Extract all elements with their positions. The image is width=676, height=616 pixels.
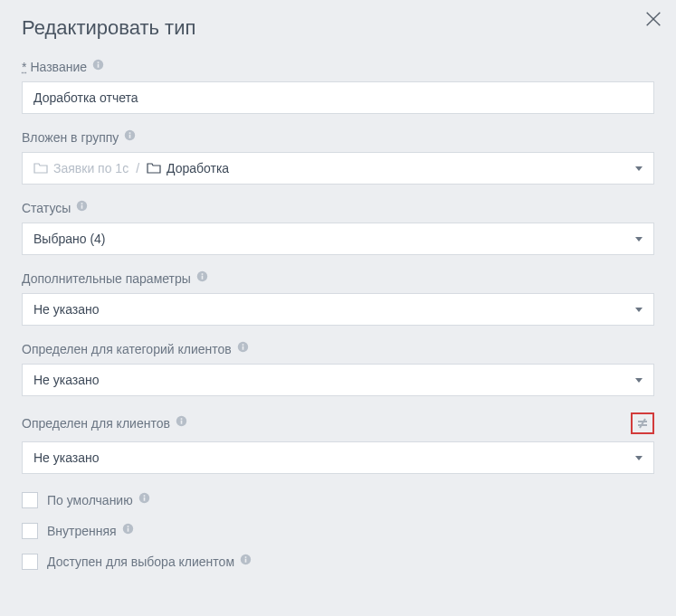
info-icon[interactable] — [122, 523, 134, 535]
checkbox-client-selectable[interactable] — [22, 554, 38, 570]
svg-rect-12 — [202, 275, 204, 279]
chevron-down-icon — [635, 237, 643, 242]
name-input[interactable] — [22, 81, 654, 114]
field-client-categories: Определен для категорий клиентов Не указ… — [22, 342, 654, 396]
svg-rect-4 — [98, 62, 100, 63]
info-icon[interactable] — [196, 270, 208, 282]
field-statuses: Статусы Выбрано (4) — [22, 201, 654, 255]
field-client-categories-label-row: Определен для категорий клиентов — [22, 342, 654, 356]
svg-rect-24 — [143, 497, 145, 500]
folder-icon — [147, 162, 161, 175]
info-icon[interactable] — [92, 59, 104, 71]
field-name: * Название — [22, 60, 654, 114]
field-extra-params-label-row: Дополнительные параметры — [22, 271, 654, 286]
field-clients: Определен для клиентов Не указано — [22, 412, 654, 474]
svg-rect-10 — [81, 203, 83, 204]
clients-value: Не указано — [33, 450, 100, 465]
field-group-label: Вложен в группу — [22, 130, 119, 145]
client-categories-value: Не указано — [33, 373, 100, 387]
svg-rect-18 — [181, 420, 183, 423]
field-statuses-label-row: Статусы — [22, 201, 654, 215]
field-clients-label-row: Определен для клиентов — [22, 412, 654, 434]
close-icon — [643, 9, 663, 29]
info-icon[interactable] — [138, 492, 150, 504]
svg-rect-28 — [127, 526, 129, 527]
svg-rect-25 — [143, 495, 145, 497]
field-statuses-label: Статусы — [22, 201, 71, 215]
svg-rect-30 — [245, 558, 247, 562]
svg-rect-27 — [127, 527, 129, 531]
not-equal-icon — [635, 416, 650, 431]
breadcrumb-separator: / — [136, 161, 139, 175]
extra-params-select[interactable]: Не указано — [22, 293, 654, 326]
field-group-label-row: Вложен в группу — [22, 130, 654, 145]
required-marker: * — [22, 60, 26, 74]
close-button[interactable] — [643, 9, 663, 33]
checkbox-row-default: По умолчанию — [22, 492, 654, 508]
checkbox-internal[interactable] — [22, 523, 38, 539]
checkbox-default[interactable] — [22, 492, 38, 508]
field-extra-params: Дополнительные параметры Не указано — [22, 271, 654, 326]
svg-rect-6 — [129, 134, 131, 137]
breadcrumb-parent: Заявки по 1с — [53, 161, 129, 175]
modal-title: Редактировать тип — [22, 16, 654, 40]
checkbox-client-selectable-label: Доступен для выбора клиентом — [47, 554, 252, 569]
chevron-down-icon — [635, 166, 643, 171]
chevron-down-icon — [635, 378, 643, 383]
svg-rect-19 — [181, 418, 183, 420]
field-group: Вложен в группу Заявки по 1с / Доработка — [22, 130, 654, 185]
svg-rect-7 — [129, 132, 131, 134]
statuses-value: Выбрано (4) — [33, 232, 106, 246]
field-extra-params-label: Дополнительные параметры — [22, 271, 191, 286]
extra-params-value: Не указано — [33, 302, 100, 317]
svg-line-22 — [640, 419, 645, 428]
checkbox-internal-label: Внутренняя — [47, 524, 134, 538]
field-client-categories-label: Определен для категорий клиентов — [22, 342, 232, 356]
info-icon[interactable] — [240, 554, 252, 565]
field-clients-label: Определен для клиентов — [22, 416, 170, 431]
svg-rect-16 — [242, 344, 243, 346]
edit-type-modal: Редактировать тип * Название Вложен в гр… — [0, 0, 676, 606]
field-name-label: Название — [30, 60, 87, 74]
svg-rect-3 — [98, 63, 100, 67]
field-name-label-row: * Название — [22, 60, 654, 74]
info-icon[interactable] — [176, 415, 187, 427]
svg-rect-9 — [81, 204, 83, 208]
info-icon[interactable] — [76, 200, 88, 212]
info-icon[interactable] — [237, 341, 249, 353]
checkbox-group: По умолчанию Внутренняя Доступен для выб… — [22, 492, 654, 570]
folder-icon — [33, 162, 48, 175]
group-select[interactable]: Заявки по 1с / Доработка — [22, 152, 654, 185]
breadcrumb-current: Доработка — [167, 161, 229, 175]
checkbox-row-client-selectable: Доступен для выбора клиентом — [22, 554, 654, 570]
statuses-select[interactable]: Выбрано (4) — [22, 223, 654, 255]
checkbox-row-internal: Внутренняя — [22, 523, 654, 539]
client-categories-select[interactable]: Не указано — [22, 364, 654, 396]
clients-select[interactable]: Не указано — [22, 441, 654, 474]
chevron-down-icon — [635, 456, 643, 460]
svg-rect-31 — [245, 556, 247, 558]
chevron-down-icon — [635, 308, 643, 312]
svg-rect-13 — [202, 273, 204, 275]
info-icon[interactable] — [124, 129, 136, 141]
not-equal-filter-button[interactable] — [631, 412, 654, 434]
checkbox-default-label: По умолчанию — [47, 493, 150, 507]
svg-rect-15 — [242, 346, 243, 349]
